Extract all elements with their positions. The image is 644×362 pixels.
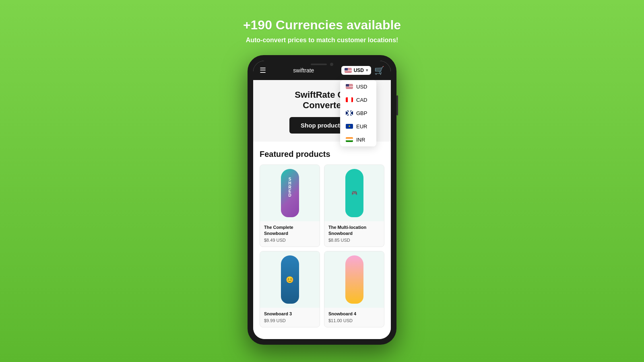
phone-camera	[330, 63, 333, 66]
flag-gbp	[346, 111, 353, 115]
hamburger-icon[interactable]: ☰	[260, 67, 266, 74]
product-name-3: Snowboard 3	[264, 311, 316, 317]
currency-option-eur[interactable]: ★ EUR	[340, 120, 376, 133]
phone-screen: ☰ swiftrate USD ▾ 🛒 U	[253, 61, 391, 339]
product-image-1	[260, 165, 320, 221]
hero-title-line2: Converte	[303, 100, 341, 110]
currency-option-cad[interactable]: CAD	[340, 93, 376, 107]
currency-option-usd[interactable]: USD	[340, 80, 376, 93]
product-card-2[interactable]: The Multi-location Snowboard $8.85 USD	[324, 165, 384, 247]
product-info-2: The Multi-location Snowboard $8.85 USD	[324, 221, 384, 247]
page-container: +190 Currencies available Auto-convert p…	[225, 18, 419, 345]
product-name-4: Snowboard 4	[328, 311, 380, 317]
product-card-1[interactable]: The Complete Snowboard $8.49 USD	[260, 165, 320, 247]
product-price-2: $8.85 USD	[328, 238, 380, 243]
product-image-2	[324, 165, 384, 221]
gbp-label: GBP	[356, 110, 367, 116]
cart-icon[interactable]: 🛒	[374, 66, 384, 75]
product-name-2: The Multi-location Snowboard	[328, 224, 380, 236]
usd-flag-icon	[345, 68, 352, 73]
flag-usd	[346, 84, 353, 89]
products-grid: The Complete Snowboard $8.49 USD The Mul…	[260, 165, 384, 327]
product-card-4[interactable]: Snowboard 4 $11.00 USD	[324, 251, 384, 327]
currency-selector-button[interactable]: USD ▾	[341, 66, 371, 75]
screen-content: ☰ swiftrate USD ▾ 🛒 U	[253, 61, 391, 339]
product-image-4	[324, 251, 384, 308]
main-headline: +190 Currencies available	[243, 18, 401, 33]
selected-currency-label: USD	[354, 68, 364, 73]
flag-inr	[346, 137, 353, 142]
flag-eur: ★	[346, 124, 353, 129]
currency-dropdown: USD CAD GBP ★ EUR	[340, 80, 376, 146]
usd-label: USD	[356, 84, 367, 90]
product-info-3: Snowboard 3 $9.99 USD	[260, 308, 320, 327]
product-info-4: Snowboard 4 $11.00 USD	[324, 308, 384, 327]
product-image-3	[260, 251, 320, 308]
eur-label: EUR	[356, 123, 367, 130]
currency-option-gbp[interactable]: GBP	[340, 107, 376, 120]
product-name-1: The Complete Snowboard	[264, 224, 316, 236]
flag-cad	[346, 97, 353, 102]
product-info-1: The Complete Snowboard $8.49 USD	[260, 221, 320, 247]
currency-option-inr[interactable]: INR	[340, 133, 376, 146]
cad-label: CAD	[356, 97, 367, 103]
snowboard-image-3	[281, 255, 299, 304]
featured-products-title: Featured products	[260, 150, 384, 159]
product-card-3[interactable]: Snowboard 3 $9.99 USD	[260, 251, 320, 327]
phone-side-button	[396, 95, 398, 115]
inr-label: INR	[356, 137, 365, 143]
main-subheadline: Auto-convert prices to match customer lo…	[246, 37, 398, 44]
product-price-4: $11.00 USD	[328, 318, 380, 323]
snowboard-image-2	[345, 169, 363, 217]
snowboard-image-4	[345, 255, 363, 304]
product-price-3: $9.99 USD	[264, 318, 316, 323]
nav-brand: swiftrate	[293, 67, 314, 74]
products-section: Featured products The Complete Snowboard…	[253, 142, 391, 339]
phone-mockup: ☰ swiftrate USD ▾ 🛒 U	[248, 55, 396, 345]
nav-right: USD ▾ 🛒	[341, 66, 384, 75]
snowboard-image-1	[281, 169, 299, 217]
product-price-1: $8.49 USD	[264, 238, 316, 243]
chevron-down-icon: ▾	[366, 68, 368, 72]
phone-notch	[302, 61, 342, 68]
phone-speaker	[311, 64, 327, 65]
